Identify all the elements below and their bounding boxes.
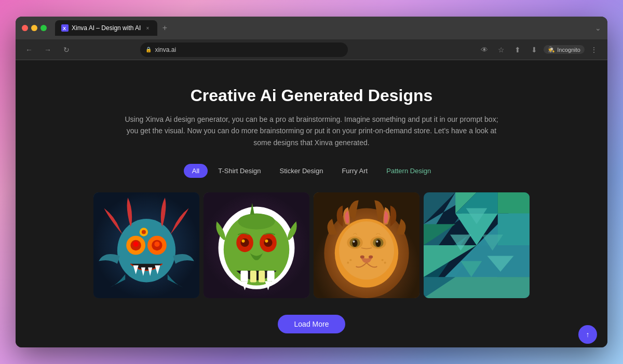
arrow-up-icon: ↑: [586, 330, 590, 339]
svg-point-40: [349, 259, 351, 261]
traffic-lights: [22, 25, 47, 31]
lock-icon: 🔒: [145, 47, 152, 52]
svg-point-34: [352, 240, 357, 247]
gallery-item-2[interactable]: [204, 192, 309, 298]
page-description: Using Xinva Ai design generator, you can…: [125, 114, 498, 148]
svg-point-3: [117, 219, 175, 282]
svg-point-18: [240, 239, 249, 247]
tab-close-button[interactable]: ×: [144, 24, 151, 32]
svg-point-38: [360, 256, 364, 259]
svg-point-39: [369, 256, 373, 259]
filter-tabs: All T-Shirt Design Sticker Design Furry …: [184, 164, 439, 178]
gallery: [93, 192, 530, 298]
tab-favicon: X: [61, 24, 69, 32]
close-button[interactable]: [22, 25, 28, 31]
bookmark-icon[interactable]: ☆: [494, 43, 508, 57]
svg-rect-24: [259, 271, 265, 282]
main-section: Creative Ai Generated Designs Using Xinv…: [78, 60, 545, 347]
menu-button[interactable]: ⋮: [587, 43, 601, 57]
tab-bar: X Xinva AI – Design with AI × +: [55, 20, 591, 36]
svg-point-37: [376, 241, 378, 243]
refresh-button[interactable]: ↻: [59, 43, 74, 57]
svg-rect-22: [240, 271, 248, 281]
forward-button[interactable]: →: [40, 43, 55, 57]
gallery-item-1[interactable]: [93, 192, 199, 298]
svg-marker-58: [498, 214, 530, 245]
gallery-item-4[interactable]: [424, 192, 530, 298]
svg-point-29: [339, 221, 394, 279]
incognito-badge: 🕵 Incognito: [544, 45, 585, 54]
title-bar: X Xinva AI – Design with AI × + ⌄: [16, 17, 607, 39]
svg-point-9: [154, 242, 159, 247]
load-more-button[interactable]: Load More: [278, 315, 346, 333]
browser-chrome: X Xinva AI – Design with AI × + ⌄ ← → ↻ …: [16, 17, 607, 60]
nav-right-controls: 👁 ☆ ⬆ ⬇ 🕵 Incognito ⋮: [477, 43, 601, 57]
svg-point-35: [375, 240, 381, 247]
new-tab-button[interactable]: +: [157, 21, 172, 35]
eye-icon[interactable]: 👁: [477, 43, 492, 57]
svg-point-8: [133, 242, 139, 247]
minimize-button[interactable]: [31, 25, 37, 31]
filter-sticker[interactable]: Sticker Design: [272, 164, 332, 178]
address-bar[interactable]: 🔒 xinva.ai: [140, 43, 348, 57]
share-icon[interactable]: ⬆: [510, 43, 525, 57]
svg-point-15: [238, 214, 275, 230]
incognito-icon: 🕵: [548, 46, 555, 53]
filter-furry[interactable]: Furry Art: [333, 164, 376, 178]
back-button[interactable]: ←: [22, 43, 36, 57]
svg-point-43: [384, 262, 386, 264]
svg-point-21: [265, 240, 268, 243]
svg-marker-55: [498, 192, 530, 214]
svg-point-36: [353, 241, 355, 243]
nav-bar: ← → ↻ 🔒 xinva.ai 👁 ☆ ⬆ ⬇ 🕵 Incognito ⋮: [16, 39, 607, 60]
filter-all[interactable]: All: [184, 164, 208, 178]
svg-rect-25: [267, 271, 274, 281]
browser-content-wrapper: Creative Ai Generated Designs Using Xinv…: [16, 60, 607, 347]
expand-button[interactable]: ⌄: [595, 24, 601, 32]
svg-point-20: [241, 240, 245, 243]
page-title: Creative Ai Generated Designs: [191, 86, 433, 105]
svg-point-41: [347, 262, 349, 264]
maximize-button[interactable]: [40, 25, 47, 31]
svg-rect-23: [250, 271, 256, 282]
browser-content: Creative Ai Generated Designs Using Xinv…: [16, 60, 607, 347]
active-tab[interactable]: X Xinva AI – Design with AI ×: [55, 20, 157, 36]
scroll-top-button[interactable]: ↑: [578, 325, 597, 344]
address-text: xinva.ai: [155, 46, 176, 53]
svg-point-19: [264, 239, 272, 247]
svg-point-11: [142, 230, 146, 234]
gallery-item-3[interactable]: [314, 192, 419, 298]
filter-pattern[interactable]: Pattern Design: [378, 164, 439, 178]
filter-tshirt[interactable]: T-Shirt Design: [210, 164, 269, 178]
svg-point-42: [382, 259, 384, 261]
tab-title: Xinva AI – Design with AI: [72, 24, 141, 32]
incognito-label: Incognito: [557, 47, 580, 53]
download-icon[interactable]: ⬇: [527, 43, 541, 57]
svg-text:X: X: [63, 26, 66, 31]
browser-window: X Xinva AI – Design with AI × + ⌄ ← → ↻ …: [16, 17, 607, 347]
